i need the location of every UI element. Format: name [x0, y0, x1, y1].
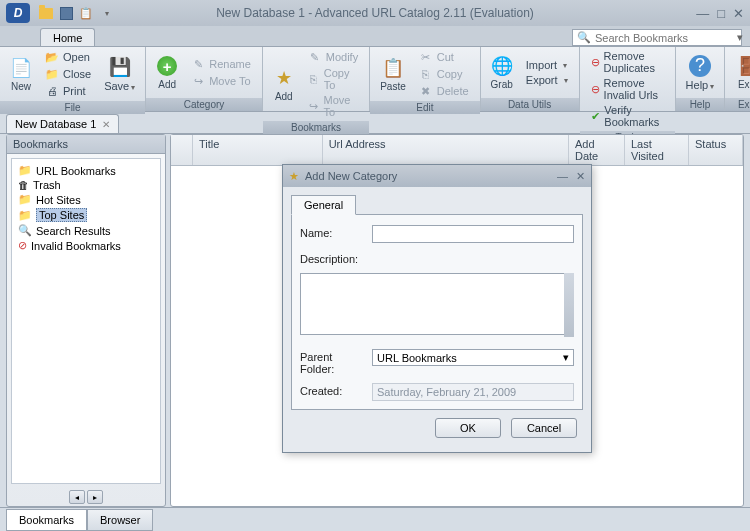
qat-save-button[interactable] — [57, 4, 75, 22]
chevron-down-icon: ▾ — [564, 76, 568, 85]
tree-item-trash[interactable]: 🗑Trash — [16, 178, 156, 192]
description-textarea[interactable] — [300, 273, 574, 335]
plus-icon: + — [157, 56, 177, 76]
new-button[interactable]: 📄New — [4, 55, 38, 94]
dialog-title: Add New Category — [305, 170, 397, 182]
save-icon — [60, 7, 73, 20]
textarea-scrollbar[interactable] — [564, 273, 574, 337]
sidebar: Bookmarks 📁URL Bookmarks 🗑Trash 📁Hot Sit… — [6, 134, 166, 507]
ribbon-group-help: ?Help▾ Help — [676, 47, 726, 111]
search-dropdown-button[interactable]: ▾ — [737, 31, 743, 44]
tree-item-top-sites[interactable]: 📁Top Sites — [16, 207, 156, 223]
globe-icon: 🌐 — [491, 55, 513, 77]
cancel-button[interactable]: Cancel — [511, 418, 577, 438]
minimize-button[interactable]: — — [696, 6, 709, 21]
copy-button[interactable]: ⎘Copy — [416, 66, 472, 82]
scroll-left-button[interactable]: ◂ — [69, 490, 85, 504]
scroll-right-button[interactable]: ▸ — [87, 490, 103, 504]
bottom-tab-browser[interactable]: Browser — [87, 509, 153, 531]
save-button[interactable]: 💾Save▾ — [98, 54, 141, 94]
copy-to-icon: ⎘ — [308, 72, 320, 86]
paste-button[interactable]: 📋Paste — [374, 55, 412, 94]
ribbon-tab-home[interactable]: Home — [40, 28, 95, 46]
created-label: Created: — [300, 383, 368, 397]
cut-button[interactable]: ✂Cut — [416, 49, 472, 65]
exit-button[interactable]: 🚪Exit — [729, 53, 750, 92]
copy-bookmark-button[interactable]: ⎘Copy To — [305, 66, 361, 92]
export-button[interactable]: Export▾ — [523, 73, 571, 87]
print-button[interactable]: 🖨Print — [42, 83, 94, 99]
open-button[interactable]: 📂Open — [42, 49, 94, 65]
dedup-icon: ⊖ — [591, 55, 600, 69]
move-category-button[interactable]: ↪Move To — [188, 73, 254, 89]
ribbon-group-tools: ⊖Remove Duplicates ⊖Remove Invalid Urls … — [580, 47, 676, 111]
move-icon: ↪ — [191, 74, 205, 88]
tree-item-url-bookmarks[interactable]: 📁URL Bookmarks — [16, 163, 156, 178]
document-tab[interactable]: New Database 1 ✕ — [6, 114, 119, 133]
ribbon: 📄New 📂Open 📁Close 🖨Print 💾Save▾ File +Ad… — [0, 46, 750, 112]
grid-header-url[interactable]: Url Address — [323, 135, 569, 165]
add-bookmark-button[interactable]: ★Add — [267, 65, 301, 104]
tree-item-invalid-bookmarks[interactable]: ⊘Invalid Bookmarks — [16, 238, 156, 253]
add-category-dialog: ★Add New Category — ✕ General Name: Desc… — [282, 164, 592, 453]
chevron-down-icon: ▾ — [563, 61, 567, 70]
dialog-button-row: OK Cancel — [291, 410, 583, 444]
close-file-button[interactable]: 📁Close — [42, 66, 94, 82]
maximize-button[interactable]: □ — [717, 6, 725, 21]
verify-bookmarks-button[interactable]: ✔Verify Bookmarks — [588, 103, 667, 129]
search-results-icon: 🔍 — [18, 224, 32, 237]
search-box[interactable]: 🔍 ▾ — [572, 29, 742, 46]
grid-header-last-visited[interactable]: Last Visited — [625, 135, 689, 165]
qat-customize-button[interactable]: ▾ — [97, 4, 115, 22]
grid-header-title[interactable]: Title — [193, 135, 323, 165]
close-button[interactable]: ✕ — [733, 6, 744, 21]
tree-item-hot-sites[interactable]: 📁Hot Sites — [16, 192, 156, 207]
parent-folder-label: Parent Folder: — [300, 349, 368, 375]
grid-header-add-date[interactable]: Add Date — [569, 135, 625, 165]
remove-invalid-button[interactable]: ⊖Remove Invalid Urls — [588, 76, 667, 102]
grab-button[interactable]: 🌐Grab — [485, 53, 519, 92]
modify-icon: ✎ — [308, 50, 322, 64]
close-tab-button[interactable]: ✕ — [102, 119, 110, 130]
dialog-minimize-button[interactable]: — — [557, 170, 568, 183]
remove-duplicates-button[interactable]: ⊖Remove Duplicates — [588, 49, 667, 75]
grid-header: Title Url Address Add Date Last Visited … — [171, 135, 743, 166]
qat-open-button[interactable] — [37, 4, 55, 22]
favorite-icon: ★ — [273, 67, 295, 89]
help-button[interactable]: ?Help▾ — [680, 53, 721, 93]
folder-icon: 📁 — [18, 193, 32, 206]
invalid-icon: ⊘ — [18, 239, 27, 252]
add-category-button[interactable]: +Add — [150, 53, 184, 92]
tree-item-search-results[interactable]: 🔍Search Results — [16, 223, 156, 238]
dialog-titlebar[interactable]: ★Add New Category — ✕ — [283, 165, 591, 187]
modify-bookmark-button[interactable]: ✎Modify — [305, 49, 361, 65]
move-bookmark-button[interactable]: ↪Move To — [305, 93, 361, 119]
qat-paste-button[interactable]: 📋 — [77, 4, 95, 22]
delete-button[interactable]: ✖Delete — [416, 83, 472, 99]
delete-icon: ✖ — [419, 84, 433, 98]
dialog-close-button[interactable]: ✕ — [576, 170, 585, 183]
ok-button[interactable]: OK — [435, 418, 501, 438]
name-input[interactable] — [372, 225, 574, 243]
rename-category-button[interactable]: ✎Rename — [188, 56, 254, 72]
grid-header-status[interactable]: Status — [689, 135, 743, 165]
save-disk-icon: 💾 — [109, 56, 131, 78]
grid-header-icon[interactable] — [171, 135, 193, 165]
dialog-tab-general[interactable]: General — [291, 195, 356, 215]
name-label: Name: — [300, 225, 368, 239]
bottom-tab-bookmarks[interactable]: Bookmarks — [6, 509, 87, 531]
printer-icon: 🖨 — [45, 84, 59, 98]
chevron-down-icon: ▾ — [563, 351, 569, 364]
help-icon: ? — [689, 55, 711, 77]
folder-icon — [39, 8, 53, 19]
search-input[interactable] — [595, 32, 733, 44]
rename-icon: ✎ — [191, 57, 205, 71]
folder-tree[interactable]: 📁URL Bookmarks 🗑Trash 📁Hot Sites 📁Top Si… — [11, 158, 161, 484]
copy-icon: ⎘ — [419, 67, 433, 81]
description-label: Description: — [300, 251, 368, 265]
parent-folder-select[interactable]: URL Bookmarks ▾ — [372, 349, 574, 366]
sidebar-scroll-controls: ◂ ▸ — [7, 488, 165, 506]
import-button[interactable]: Import▾ — [523, 58, 571, 72]
ribbon-group-data-utils: 🌐Grab Import▾ Export▾ Data Utils — [481, 47, 580, 111]
verify-icon: ✔ — [591, 109, 601, 123]
